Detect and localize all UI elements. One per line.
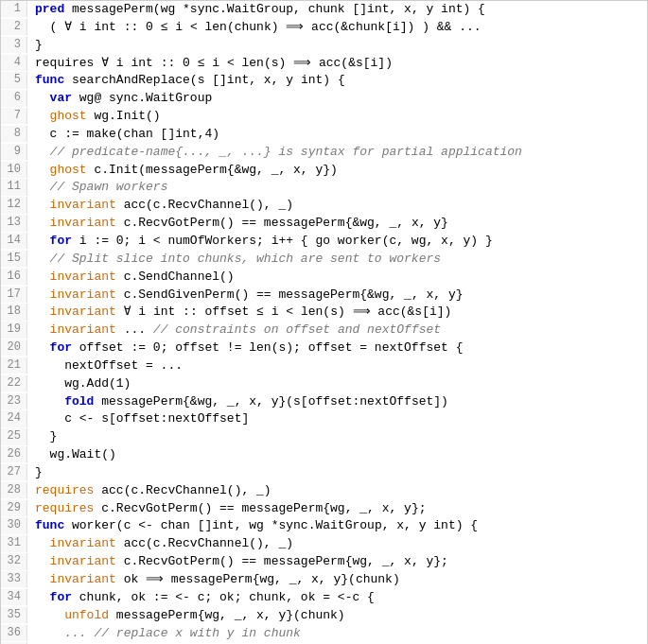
line-row: 11 // Spawn workers xyxy=(1,179,647,197)
line-number: 3 xyxy=(1,37,27,53)
line-content: invariant c.SendGivenPerm() == messagePe… xyxy=(27,287,647,305)
line-number: 2 xyxy=(1,19,27,35)
line-content: ghost wg.Init() xyxy=(27,108,647,126)
line-row: 25 } xyxy=(1,428,647,446)
line-row: 17 invariant c.SendGivenPerm() == messag… xyxy=(1,287,647,305)
line-number: 30 xyxy=(1,517,27,533)
line-row: 10 ghost c.Init(messagePerm{&wg, _, x, y… xyxy=(1,162,647,180)
line-row: 8 c := make(chan []int,4) xyxy=(1,126,647,144)
line-row: 12 invariant acc(c.RecvChannel(), _) xyxy=(1,197,647,215)
line-number: 17 xyxy=(1,287,27,303)
line-content: } xyxy=(27,37,647,55)
line-content: ... // replace x with y in chunk xyxy=(27,625,647,643)
line-number: 9 xyxy=(1,144,27,160)
line-row: 9 // predicate-name{..., _, ...} is synt… xyxy=(1,144,647,162)
line-content: wg.Add(1) xyxy=(27,375,647,393)
line-row: 23 fold messagePerm{&wg, _, x, y}(s[offs… xyxy=(1,393,647,411)
line-content: nextOffset = ... xyxy=(27,357,647,375)
line-number: 26 xyxy=(1,446,27,462)
line-content: func worker(c <- chan []int, wg *sync.Wa… xyxy=(27,517,647,535)
line-number: 14 xyxy=(1,233,27,249)
line-number: 20 xyxy=(1,339,27,356)
line-row: 27} xyxy=(1,464,647,482)
line-row: 33 invariant ok ⟹ messagePerm{wg, _, x, … xyxy=(1,571,647,589)
line-number: 1 xyxy=(1,1,27,17)
line-number: 4 xyxy=(1,55,27,71)
line-content: invariant acc(c.RecvChannel(), _) xyxy=(27,197,647,215)
line-number: 32 xyxy=(1,553,27,569)
line-row: 24 c <- s[offset:nextOffset] xyxy=(1,410,647,428)
line-number: 31 xyxy=(1,535,27,551)
line-number: 21 xyxy=(1,357,27,374)
line-content: requires ∀ i int :: 0 ≤ i < len(s) ⟹ acc… xyxy=(27,55,647,73)
line-content: func searchAndReplace(s []int, x, y int)… xyxy=(27,72,647,90)
line-row: 16 invariant c.SendChannel() xyxy=(1,269,647,287)
line-row: 21 nextOffset = ... xyxy=(1,357,647,375)
line-content: fold messagePerm{&wg, _, x, y}(s[offset:… xyxy=(27,393,647,411)
line-number: 12 xyxy=(1,197,27,213)
line-content: invariant acc(c.RecvChannel(), _) xyxy=(27,535,647,553)
line-number: 22 xyxy=(1,375,27,392)
line-number: 33 xyxy=(1,571,27,587)
line-content: } xyxy=(27,428,647,446)
line-row: 30func worker(c <- chan []int, wg *sync.… xyxy=(1,517,647,535)
line-number: 15 xyxy=(1,251,27,267)
line-row: 20 for offset := 0; offset != len(s); of… xyxy=(1,339,647,357)
line-row: 19 invariant ... // constraints on offse… xyxy=(1,322,647,339)
line-number: 35 xyxy=(1,607,27,623)
line-content: c <- s[offset:nextOffset] xyxy=(27,410,647,428)
line-content: invariant c.RecvGotPerm() == messagePerm… xyxy=(27,553,647,571)
line-number: 34 xyxy=(1,589,27,605)
line-row: 34 for chunk, ok := <- c; ok; chunk, ok … xyxy=(1,589,647,607)
line-number: 24 xyxy=(1,410,27,426)
line-content: for offset := 0; offset != len(s); offse… xyxy=(27,339,647,357)
line-content: } xyxy=(27,464,647,482)
line-row: 4requires ∀ i int :: 0 ≤ i < len(s) ⟹ ac… xyxy=(1,55,647,73)
line-content: invariant c.SendChannel() xyxy=(27,269,647,287)
line-number: 6 xyxy=(1,90,27,106)
line-number: 16 xyxy=(1,269,27,285)
line-number: 23 xyxy=(1,393,27,409)
line-number: 5 xyxy=(1,72,27,88)
line-row: 31 invariant acc(c.RecvChannel(), _) xyxy=(1,535,647,553)
line-content: for i := 0; i < numOfWorkers; i++ { go w… xyxy=(27,233,647,251)
line-content: for chunk, ok := <- c; ok; chunk, ok = <… xyxy=(27,589,647,607)
line-row: 7 ghost wg.Init() xyxy=(1,108,647,126)
code-content: 1pred messagePerm(wg *sync.WaitGroup, ch… xyxy=(1,1,647,644)
line-row: 32 invariant c.RecvGotPerm() == messageP… xyxy=(1,553,647,571)
line-number: 36 xyxy=(1,625,27,641)
line-content: // Split slice into chunks, which are se… xyxy=(27,251,647,269)
line-row: 29requires c.RecvGotPerm() == messagePer… xyxy=(1,500,647,518)
line-content: requires c.RecvGotPerm() == messagePerm{… xyxy=(27,500,647,518)
line-row: 14 for i := 0; i < numOfWorkers; i++ { g… xyxy=(1,233,647,251)
line-row: 28requires acc(c.RecvChannel(), _) xyxy=(1,482,647,500)
line-content: c := make(chan []int,4) xyxy=(27,126,647,144)
line-row: 22 wg.Add(1) xyxy=(1,375,647,393)
line-number: 18 xyxy=(1,304,27,320)
line-content: ( ∀ i int :: 0 ≤ i < len(chunk) ⟹ acc(&c… xyxy=(27,19,647,37)
line-content: invariant ∀ i int :: offset ≤ i < len(s)… xyxy=(27,304,647,322)
line-content: invariant ... // constraints on offset a… xyxy=(27,322,647,339)
line-content: pred messagePerm(wg *sync.WaitGroup, chu… xyxy=(27,1,647,19)
line-content: ghost c.Init(messagePerm{&wg, _, x, y}) xyxy=(27,162,647,180)
line-number: 7 xyxy=(1,108,27,124)
line-row: 3} xyxy=(1,37,647,55)
line-row: 26 wg.Wait() xyxy=(1,446,647,464)
line-number: 28 xyxy=(1,482,27,498)
line-content: invariant ok ⟹ messagePerm{wg, _, x, y}(… xyxy=(27,571,647,589)
line-number: 13 xyxy=(1,215,27,231)
line-row: 1pred messagePerm(wg *sync.WaitGroup, ch… xyxy=(1,1,647,19)
line-number: 25 xyxy=(1,428,27,444)
code-editor: 1pred messagePerm(wg *sync.WaitGroup, ch… xyxy=(0,0,648,644)
line-row: 2 ( ∀ i int :: 0 ≤ i < len(chunk) ⟹ acc(… xyxy=(1,19,647,37)
line-content: invariant c.RecvGotPerm() == messagePerm… xyxy=(27,215,647,233)
line-number: 29 xyxy=(1,500,27,516)
line-number: 27 xyxy=(1,464,27,480)
line-row: 15 // Split slice into chunks, which are… xyxy=(1,251,647,269)
line-row: 5func searchAndReplace(s []int, x, y int… xyxy=(1,72,647,90)
line-row: 36 ... // replace x with y in chunk xyxy=(1,625,647,643)
line-number: 11 xyxy=(1,179,27,195)
line-number: 19 xyxy=(1,322,27,338)
line-number: 8 xyxy=(1,126,27,142)
line-row: 18 invariant ∀ i int :: offset ≤ i < len… xyxy=(1,304,647,322)
